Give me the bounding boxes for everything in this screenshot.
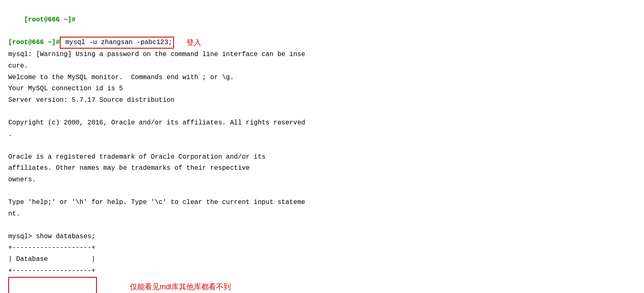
terminal-container: [root@666 ~]# [root@666 ~]# mysql -u zha… (0, 0, 644, 293)
db-annotation: 仅能看见mdl库其他库都看不到 (130, 281, 231, 293)
oracle-line-2: affiliates. Other names may be trademark… (8, 163, 636, 174)
prompt-line-1: [root@666 ~]# (8, 4, 636, 36)
command-line: [root@666 ~]# mysql -u zhangsan -pabc123… (8, 37, 636, 49)
login-annotation: 登入 (186, 37, 201, 49)
blank-2 (8, 141, 636, 151)
prompt-1: [root@666 ~]# (24, 16, 75, 23)
show-databases-cmd: mysql> show databases; (8, 232, 636, 242)
table-header: | Database | (8, 254, 636, 265)
welcome-line: Welcome to the MySQL monitor. Commands e… (8, 73, 636, 83)
blank-3 (8, 186, 636, 197)
oracle-line-3: owners. (8, 175, 636, 185)
warning-line-1: mysql: [Warning] Using a password on the… (8, 49, 636, 60)
copyright-line-2: . (8, 129, 636, 140)
blank-1 (8, 106, 636, 117)
oracle-line-1: Oracle is a registered trademark of Orac… (8, 152, 636, 163)
help-line-2: nt. (8, 209, 636, 220)
prompt-2: [root@666 ~]# (8, 38, 60, 48)
table-rows-line: information_schema | mdl | 仅能看见mdl库其他库都看… (8, 277, 636, 293)
help-line-1: Type 'help;' or '\h' for help. Type '\c'… (8, 197, 636, 208)
blank-4 (8, 220, 636, 231)
server-ver-line: Server version: 5.7.17 Source distributi… (8, 95, 636, 106)
command-box: mysql -u zhangsan -pabc123; (60, 37, 174, 49)
copyright-line-1: Copyright (c) 2000, 2016, Oracle and/or … (8, 118, 636, 129)
warning-line-2: cure. (8, 61, 636, 72)
table-sep: +--------------------+ (8, 266, 636, 277)
conn-id-line: Your MySQL connection id is 5 (8, 84, 636, 94)
table-top: +--------------------+ (8, 243, 636, 253)
table-data-box: information_schema | mdl | (8, 277, 97, 293)
